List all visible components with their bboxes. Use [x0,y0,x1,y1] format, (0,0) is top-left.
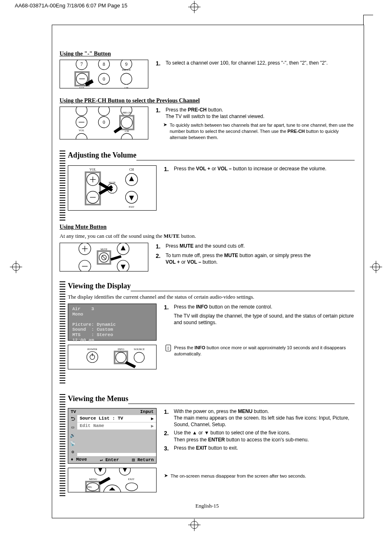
heading-mute: Using Mute Button [60,224,355,230]
remote-figure-info: POWER INFO SOURCE [68,345,157,369]
osd-info-display: Air 3 Mono Picture: Dynamic Sound : Cust… [68,304,157,341]
heading-volume: Adjusting the Volume [68,151,136,160]
svg-marker-54 [129,196,134,201]
note-arrow-icon: ➤ [163,122,167,141]
svg-text:VOL: VOL [79,86,85,88]
svg-point-36 [121,117,132,128]
menu-title-right: Input [140,409,154,414]
svg-marker-74 [111,255,122,261]
svg-text:0: 0 [103,120,105,125]
svg-point-94 [126,483,138,491]
svg-marker-68 [121,265,126,269]
print-mark: AA68-03871A-00Eng 7/18/06 6:07 PM Page 1… [15,2,127,9]
svg-text:CH: CH [129,168,134,172]
heading-menus: Viewing the Menus [68,394,128,404]
svg-point-63 [79,260,91,271]
remote-figure-volume: VOL CH MUTE EXIT [68,165,157,211]
menu-title-left: TV [71,409,76,414]
svg-point-83 [134,352,144,362]
svg-text:PRE-CH: PRE-CH [122,111,131,114]
svg-text:PRE-CH: PRE-CH [122,69,131,71]
svg-point-81 [116,352,126,362]
svg-text:8: 8 [103,62,105,67]
menus-note: ➤ The on-screen menus disappear from the… [164,473,355,479]
svg-point-41 [121,133,132,139]
osd-menu: TV Input ⮌ ▭ 🔊 📡 ⚙ Sourc [68,408,157,464]
svg-text:0: 0 [103,77,105,82]
svg-marker-97 [99,477,111,485]
section-sidebar-icon [60,151,65,220]
mute-intro: At any time, you can cut off the sound u… [60,233,355,239]
menu-item-edit-name: Edit Name▶ [77,422,156,430]
heading-rule [128,395,355,404]
dash-step-1: 1. To select a channel over 100, for cha… [156,60,355,67]
registration-mark-bottom [188,519,201,531]
svg-text:EXIT: EXIT [129,206,134,208]
menu-input-icon: ⮌ [69,416,76,422]
prech-note: ➤ To quickly switch between two channels… [156,122,355,141]
svg-text:VOL: VOL [90,168,96,172]
heading-prech: Using the PRE-CH Button to select the Pr… [60,97,355,104]
svg-marker-84 [125,361,136,368]
svg-text:MUTE: MUTE [101,248,108,251]
volume-step-1: 1. Press the VOL + or VOL – button to in… [164,165,355,173]
registration-mark-top [188,1,201,13]
svg-marker-66 [121,246,126,251]
registration-mark-left [10,261,22,273]
svg-point-40 [76,133,87,139]
svg-text:POWER: POWER [88,348,97,350]
svg-text:MUTE: MUTE [109,181,116,184]
svg-text:INFO: INFO [118,348,124,350]
svg-rect-80 [115,351,127,363]
svg-text:CH: CH [125,86,129,88]
display-step-1: 1. Press the INFO button on the remote c… [164,304,355,326]
menus-step-2: 2. Use the ▲ or ▼ button to select one o… [164,429,355,443]
menus-step-3: 3. Press the EXIT button to exit. [164,445,355,452]
remote-glyph-icon: ▯ [166,345,171,351]
menu-setup-icon: ⚙ [69,449,76,455]
mute-step-1: 1. Press MUTE and the sound cuts off. [156,243,355,251]
note-arrow-icon: ➤ [164,473,168,479]
svg-text:7: 7 [81,62,83,67]
display-note: ▯ Press the INFO button once more or wai… [166,345,355,357]
svg-text:9: 9 [125,62,127,67]
remote-figure-menu: MENU EXIT DEL [68,468,157,492]
menu-picture-icon: ▭ [69,425,76,430]
svg-point-29 [98,107,109,116]
svg-point-23 [121,73,132,84]
remote-figure-dash: 7 8 9 0 PRE-CH VOL CH [60,60,148,88]
menu-item-source-list: Source List : TV▶ [77,415,156,422]
page-frame: Using the "-" Button 7 8 9 0 PRE-CH VOL … [52,25,364,518]
heading-rule [131,282,355,291]
section-sidebar-icon [60,394,65,497]
section-sidebar-icon [60,281,65,384]
svg-rect-35 [120,116,134,129]
svg-text:SOURCE: SOURCE [134,348,145,350]
svg-marker-88 [122,468,127,472]
svg-line-73 [102,255,106,260]
svg-text:CH: CH [125,130,129,132]
svg-text:DEL: DEL [88,486,92,488]
svg-marker-96 [109,487,115,490]
prech-step-1: 1. Press the PRE-CH button. The TV will … [156,107,355,120]
svg-text:EXIT: EXIT [128,478,135,480]
registration-mark-right [370,261,382,273]
mute-step-2: 2. To turn mute off, press the MUTE butt… [156,252,355,265]
heading-dash-button: Using the "-" Button [60,51,355,57]
svg-text:MENU: MENU [89,478,97,480]
svg-point-28 [76,107,87,116]
menus-step-1: 1. With the power on, press the MENU but… [164,408,355,428]
page-number: English-15 [60,503,355,509]
menu-footer-return: ▥ Return [132,457,154,462]
remote-figure-prech: 0 PRE-CH VOL CH [60,107,148,139]
remote-figure-mute: MUTE [60,243,148,271]
svg-text:VOL: VOL [78,129,84,132]
menu-footer-enter: ↵ Enter [100,457,119,462]
display-intro: The display identifies the current chann… [68,294,355,300]
svg-marker-52 [129,176,134,181]
heading-rule [136,151,355,160]
menu-footer-move: ♦ Move [71,457,87,462]
svg-marker-86 [98,468,103,472]
heading-display: Viewing the Display [68,282,131,291]
crop-mark [356,7,373,25]
